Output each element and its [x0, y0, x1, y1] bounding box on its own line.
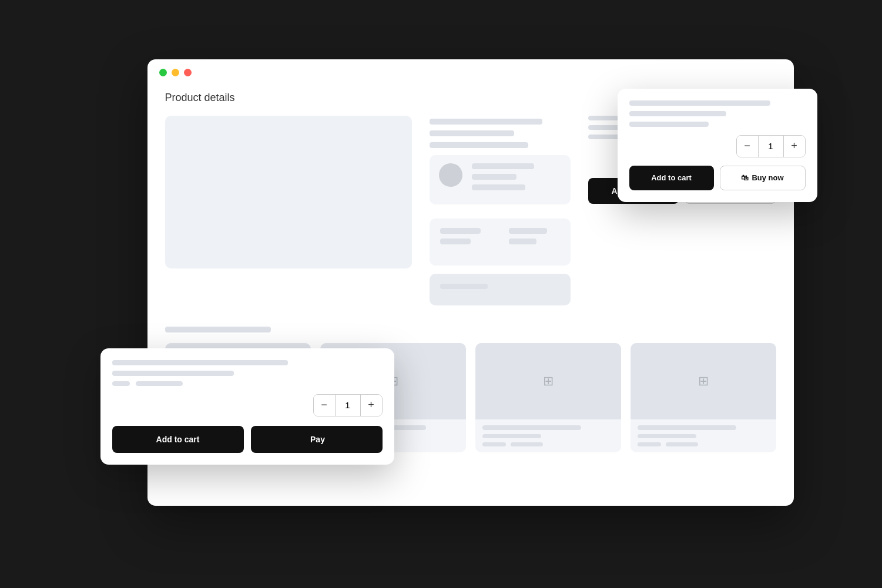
- review-box: [430, 155, 571, 204]
- product-image: [165, 116, 412, 268]
- avatar: [439, 163, 462, 187]
- desc-row-1: [440, 228, 560, 250]
- product-info-middle: [430, 116, 571, 305]
- buy-now-label-ftr: Buy now: [752, 173, 783, 182]
- related-card-4[interactable]: ⊞: [631, 343, 776, 452]
- increment-button-ftr[interactable]: +: [784, 136, 805, 157]
- plain-line-1: [440, 284, 488, 289]
- quantity-value-popup: 1: [335, 395, 361, 416]
- rc-pill-3b: [511, 442, 543, 446]
- review-line-3: [472, 184, 525, 190]
- ftr-action-buttons: Add to cart 🛍 Buy now: [629, 166, 806, 190]
- dot-yellow[interactable]: [172, 69, 179, 76]
- decrement-button-ftr[interactable]: −: [737, 136, 758, 157]
- floating-top-right-panel: − 1 + Add to cart 🛍 Buy now: [618, 89, 817, 202]
- quantity-stepper-ftr[interactable]: − 1 +: [736, 135, 806, 157]
- increment-button-popup[interactable]: +: [361, 395, 382, 416]
- window-titlebar: [147, 59, 794, 86]
- desc-line-2: [440, 238, 471, 244]
- quantity-stepper-popup[interactable]: − 1 +: [313, 394, 383, 416]
- desc-line-4: [509, 238, 537, 244]
- popup-action-buttons: Add to cart Pay: [112, 426, 383, 453]
- quantity-value-ftr: 1: [758, 136, 784, 157]
- rc-row-4: [638, 442, 769, 446]
- decrement-button-popup[interactable]: −: [314, 395, 335, 416]
- product-text-lines: [430, 119, 571, 148]
- skeleton-line-3: [430, 142, 528, 148]
- rc-line-3-1: [482, 425, 581, 430]
- rc-line-3-2: [482, 434, 542, 438]
- popup-top-lines: [112, 360, 383, 386]
- rc-line-4-1: [638, 425, 736, 430]
- popup-line-1: [112, 360, 288, 365]
- popup-line-2: [112, 371, 234, 376]
- related-title-skeleton: [165, 327, 271, 332]
- rc-pill-4b: [666, 442, 698, 446]
- description-box: [430, 219, 571, 266]
- desc-line-3: [509, 228, 547, 234]
- review-line-2: [472, 174, 517, 180]
- floating-popup: − 1 + Add to cart Pay: [100, 348, 394, 465]
- info-boxes: [430, 219, 571, 305]
- plain-info-box: [430, 274, 571, 305]
- dot-red[interactable]: [184, 69, 192, 76]
- ftr-line-1: [629, 100, 770, 106]
- review-line-1: [472, 163, 534, 169]
- add-to-cart-button-popup[interactable]: Add to cart: [112, 426, 244, 453]
- related-card-info-3: [475, 419, 621, 452]
- related-card-image-3: ⊞: [475, 343, 621, 419]
- apple-pay-label: Pay: [310, 435, 325, 444]
- ftr-quantity-row: − 1 +: [629, 135, 806, 157]
- desc-col-2: [509, 228, 560, 250]
- desc-col-1: [440, 228, 491, 250]
- popup-quantity-row: − 1 +: [112, 394, 383, 416]
- popup-sub-row: [112, 381, 383, 386]
- add-to-cart-button-ftr[interactable]: Add to cart: [629, 166, 714, 190]
- apple-pay-button[interactable]: Pay: [251, 426, 383, 453]
- popup-pill-1: [112, 381, 130, 386]
- rc-pill-3a: [482, 442, 506, 446]
- desc-line-1: [440, 228, 481, 234]
- dot-green[interactable]: [159, 69, 167, 76]
- related-card-3[interactable]: ⊞: [475, 343, 621, 452]
- skeleton-line-2: [430, 130, 514, 136]
- popup-pill-2: [136, 381, 183, 386]
- buy-now-button-ftr[interactable]: 🛍 Buy now: [720, 166, 806, 190]
- rc-row-3: [482, 442, 614, 446]
- ftr-text-lines: [629, 100, 806, 127]
- related-card-info-4: [631, 419, 776, 452]
- rc-line-4-2: [638, 434, 697, 438]
- skeleton-line-1: [430, 119, 542, 125]
- bag-icon-ftr: 🛍: [741, 173, 749, 182]
- rc-pill-4a: [638, 442, 661, 446]
- related-card-image-4: ⊞: [631, 343, 776, 419]
- ftr-line-2: [629, 111, 726, 116]
- ftr-line-3: [629, 122, 709, 127]
